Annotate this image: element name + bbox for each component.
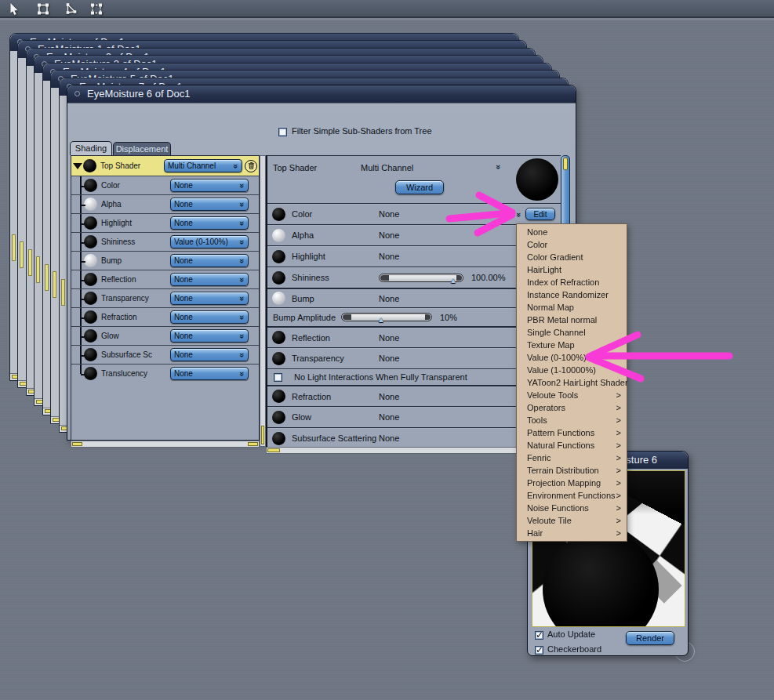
shader-type-dropdown[interactable]: None — [170, 292, 249, 305]
tree-row[interactable]: Top Shader Multi Channel — [71, 156, 259, 176]
menu-item[interactable]: Natural Functions — [517, 439, 627, 452]
no-light-checkbox[interactable] — [274, 373, 282, 382]
menu-item[interactable]: Pattern Functions — [517, 426, 627, 439]
shader-type-dropdown[interactable]: Multi Channel — [164, 159, 242, 172]
menu-item[interactable]: Color — [517, 238, 627, 251]
shader-type-dropdown[interactable]: None — [170, 179, 249, 192]
chevron-down-icon[interactable] — [496, 162, 501, 172]
shader-type-dropdown[interactable]: None — [170, 254, 249, 267]
tree-row[interactable]: Bump None — [71, 251, 259, 270]
window-titlebar[interactable]: EyeMoisture 6 of Doc1 — [67, 85, 576, 103]
slider-thumb-icon[interactable] — [377, 311, 385, 325]
menu-item[interactable]: YAToon2 HairLight Shader — [517, 376, 627, 389]
menu-item[interactable]: Normal Map — [517, 301, 627, 314]
menu-item[interactable]: PBR Metal normal — [517, 314, 627, 326]
render-button[interactable]: Render — [626, 631, 674, 645]
filter-checkbox[interactable] — [278, 128, 287, 136]
shader-type-dropdown[interactable]: Value (0-100%) — [170, 235, 249, 248]
checkerboard-checkbox[interactable] — [535, 646, 543, 655]
tree-row[interactable]: Transparency None — [71, 288, 259, 307]
channel-label: Highlight — [292, 252, 325, 261]
tree-vertical-scrollbar[interactable] — [260, 155, 266, 447]
vertical-scroll-handle[interactable] — [12, 234, 16, 261]
menu-item[interactable]: Hair — [517, 527, 627, 539]
tab[interactable]: Displacement — [113, 142, 171, 155]
menu-item[interactable]: Operators — [517, 401, 627, 414]
trash-icon[interactable] — [245, 160, 257, 172]
auto-update-checkbox[interactable] — [535, 631, 543, 640]
shader-type-dropdown[interactable]: None — [170, 273, 249, 286]
dropdown-value: None — [174, 332, 240, 340]
tree-row[interactable]: Alpha None — [71, 194, 259, 213]
slider-thumb-icon[interactable] — [449, 272, 457, 286]
chevron-down-icon — [240, 294, 245, 303]
scroll-handle[interactable] — [563, 158, 568, 170]
menu-item[interactable]: Color Gradient — [517, 251, 627, 263]
menu-item[interactable]: Index of Refraction — [517, 276, 627, 288]
poly-select-icon[interactable] — [64, 2, 78, 16]
tree-row[interactable]: Shininess Value (0-100%) — [71, 232, 259, 251]
scroll-handle[interactable] — [248, 442, 258, 446]
wizard-button[interactable]: Wizard — [395, 180, 444, 194]
tree-row[interactable]: Refraction None — [71, 307, 259, 326]
submenu-arrow-icon — [616, 502, 621, 514]
menu-item-label: Value (1-10000%) — [527, 365, 596, 375]
tab-label: Shading — [75, 143, 107, 153]
menu-item[interactable]: Noise Functions — [517, 502, 627, 514]
menu-item[interactable]: Single Channel — [517, 326, 627, 339]
menu-item[interactable]: Texture Map — [517, 339, 627, 351]
shader-type-dropdown[interactable]: None — [170, 198, 249, 211]
scroll-handle[interactable] — [267, 448, 280, 452]
cursor-icon[interactable] — [8, 2, 22, 16]
menu-item[interactable]: Tools — [517, 414, 627, 426]
expander-triangle-icon[interactable] — [73, 163, 82, 169]
value-slider[interactable] — [379, 274, 463, 282]
scroll-handle[interactable] — [72, 442, 82, 446]
chevron-down-icon[interactable] — [517, 207, 521, 221]
menu-item-label: Veloute Tile — [527, 516, 572, 525]
vertical-scroll-handle[interactable] — [20, 241, 24, 268]
menu-item[interactable]: Veloute Tools — [517, 389, 627, 401]
menu-item[interactable]: HairLight — [517, 263, 627, 276]
edit-button[interactable]: Edit — [525, 208, 555, 220]
tree-row[interactable]: Color None — [71, 176, 259, 194]
menu-item[interactable]: None — [517, 226, 627, 238]
window-control-icon[interactable] — [74, 91, 80, 96]
channel-label: Color — [101, 181, 170, 190]
rect-select-icon[interactable] — [36, 2, 50, 16]
dropdown-value: None — [174, 313, 240, 321]
menu-item[interactable]: Instance Randomizer — [517, 288, 627, 301]
channel-sphere-icon — [272, 390, 285, 403]
menu-item[interactable]: Terrain Distribution — [517, 464, 627, 477]
tree-row[interactable]: Translucency None — [71, 364, 259, 383]
vertical-scroll-handle[interactable] — [45, 264, 49, 291]
submenu-arrow-icon — [616, 527, 621, 539]
scroll-handle[interactable] — [261, 426, 264, 444]
shader-type-dropdown[interactable]: None — [170, 367, 249, 380]
slider-track[interactable] — [341, 313, 432, 321]
tree-row[interactable]: Glow None — [71, 326, 259, 345]
menu-item[interactable]: Environment Functions — [517, 489, 627, 502]
menu-item[interactable]: Value (0-100%) — [517, 351, 627, 364]
shader-type-dropdown[interactable]: None — [170, 310, 249, 324]
shader-type-dropdown[interactable]: None — [170, 329, 249, 343]
tree-row[interactable]: Reflection None — [71, 270, 259, 288]
tree-row[interactable]: Subsurface Sc None — [71, 345, 259, 364]
channel-label: Alpha — [101, 200, 170, 209]
menu-item[interactable]: Fenric — [517, 452, 627, 464]
tree-horizontal-scrollbar[interactable] — [71, 441, 260, 448]
vertical-scroll-handle[interactable] — [53, 271, 56, 298]
menu-item[interactable]: Value (1-10000%) — [517, 364, 627, 376]
tab[interactable]: Shading — [70, 141, 112, 155]
tree-row[interactable]: Highlight None — [71, 213, 259, 232]
channel-label: Bump — [292, 294, 314, 303]
marquee-select-icon[interactable] — [89, 2, 104, 16]
menu-item[interactable]: Projection Mapping — [517, 477, 627, 489]
vertical-scroll-handle[interactable] — [61, 279, 65, 306]
vertical-scroll-handle[interactable] — [28, 249, 32, 276]
value-slider[interactable] — [341, 313, 432, 321]
shader-type-dropdown[interactable]: None — [170, 216, 249, 230]
shader-type-dropdown[interactable]: None — [170, 348, 249, 361]
vertical-scroll-handle[interactable] — [36, 256, 40, 283]
menu-item[interactable]: Veloute Tile — [517, 514, 627, 527]
